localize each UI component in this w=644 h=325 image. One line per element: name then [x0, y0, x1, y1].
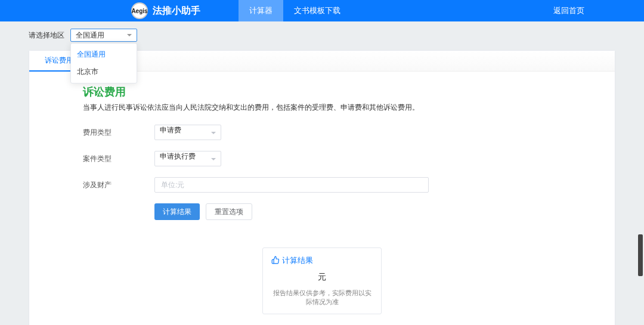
property-input[interactable] [154, 177, 429, 193]
result-box: 计算结果 元 报告结果仅供参考，实际费用以实际情况为准 [262, 247, 382, 314]
fee-type-label: 费用类型 [83, 128, 154, 138]
calculate-button[interactable]: 计算结果 [154, 203, 200, 220]
page-subtitle: 当事人进行民事诉讼依法应当向人民法院交纳和支出的费用，包括案件的受理费、申请费和… [83, 103, 561, 113]
row-fee-type: 费用类型 申请费 [83, 125, 561, 140]
app-header: Aegis 法推小助手 计算器 文书模板下载 返回首页 [0, 0, 644, 21]
region-select[interactable]: 全国通用 全国通用 北京市 [70, 29, 137, 42]
main-card: 诉讼费用 律师费 诉讼费用 当事人进行民事诉讼依法应当向人民法院交纳和支出的费用… [29, 50, 615, 325]
region-row: 请选择地区 全国通用 全国通用 北京市 [29, 29, 615, 42]
region-label: 请选择地区 [29, 30, 64, 41]
region-option-beijing[interactable]: 北京市 [71, 63, 137, 81]
fee-type-select[interactable]: 申请费 [154, 125, 221, 140]
nav-calculator[interactable]: 计算器 [239, 0, 283, 21]
nav-templates[interactable]: 文书模板下载 [283, 0, 351, 21]
row-case-type: 案件类型 申请执行费 [83, 151, 561, 166]
property-label: 涉及财产 [83, 180, 154, 190]
app-name: 法推小助手 [153, 5, 200, 17]
page-title: 诉讼费用 [83, 85, 561, 99]
button-row: 计算结果 重置选项 [83, 203, 561, 220]
row-property: 涉及财产 [83, 177, 561, 193]
result-value: 元 [271, 272, 373, 283]
region-dropdown: 全国通用 北京市 [70, 43, 137, 83]
region-select-value[interactable]: 全国通用 [70, 29, 137, 42]
region-option-national[interactable]: 全国通用 [71, 46, 137, 63]
result-title: 计算结果 [271, 255, 373, 266]
panel: 诉讼费用 当事人进行民事诉讼依法应当向人民法院交纳和支出的费用，包括案件的受理费… [29, 72, 615, 325]
nav-back-home[interactable]: 返回首页 [553, 5, 632, 16]
side-indicator[interactable] [638, 234, 643, 276]
case-type-label: 案件类型 [83, 154, 154, 164]
logo-badge: Aegis [131, 2, 148, 19]
result-note: 报告结果仅供参考，实际费用以实际情况为准 [271, 289, 373, 307]
thumbs-up-icon [271, 256, 280, 266]
content: 请选择地区 全国通用 全国通用 北京市 诉讼费用 律师费 诉讼费用 当事人进行民… [0, 21, 644, 325]
reset-button[interactable]: 重置选项 [206, 203, 252, 220]
logo: Aegis 法推小助手 [131, 2, 200, 19]
result-title-text: 计算结果 [282, 255, 313, 266]
case-type-select[interactable]: 申请执行费 [154, 151, 221, 166]
main-nav: 计算器 文书模板下载 [239, 0, 351, 21]
